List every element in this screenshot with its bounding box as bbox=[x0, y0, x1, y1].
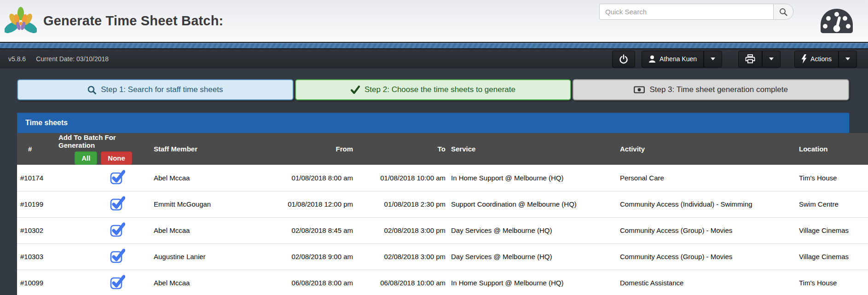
print-button[interactable] bbox=[738, 51, 762, 68]
to-datetime: 02/08/2018 3:00 pm bbox=[357, 217, 448, 243]
timesheets-table: # Add To Batch For Generation All None S… bbox=[17, 133, 868, 295]
col-header-to: To bbox=[357, 133, 448, 165]
table-header-row: # Add To Batch For Generation All None S… bbox=[17, 133, 868, 165]
activity: Personal Care bbox=[617, 165, 796, 191]
to-datetime: 01/08/2018 10:00 am bbox=[357, 165, 448, 191]
batch-checkbox[interactable] bbox=[110, 169, 125, 185]
location: Village Cinemas bbox=[796, 217, 868, 243]
timesheet-id: #10099 bbox=[17, 270, 56, 295]
activity: Community Access (Group) - Movies bbox=[617, 243, 796, 270]
checkbox-checked-icon bbox=[110, 222, 125, 237]
user-icon bbox=[648, 55, 656, 63]
staff-member: Abel Mccaa bbox=[151, 270, 216, 295]
table-row: #10099 Abel Mccaa 06/08/2018 8:00 am 06/… bbox=[17, 270, 868, 295]
from-datetime: 02/08/2018 9:00 am bbox=[216, 243, 357, 270]
to-datetime: 01/08/2018 2:30 pm bbox=[357, 191, 448, 217]
actions-button[interactable]: Actions bbox=[794, 51, 839, 68]
col-header-staff: Staff Member bbox=[151, 133, 216, 165]
batch-checkbox[interactable] bbox=[110, 196, 125, 211]
search-icon bbox=[779, 8, 787, 16]
activity: Domestic Assistance bbox=[617, 270, 796, 295]
user-name: Athena Kuen bbox=[660, 55, 697, 63]
user-menu-button[interactable]: Athena Kuen bbox=[642, 51, 704, 68]
location: Village Cinemas bbox=[796, 243, 868, 270]
col-header-activity: Activity bbox=[617, 133, 796, 165]
table-row: #10303 Augustine Lanier 02/08/2018 9:00 … bbox=[17, 243, 868, 270]
col-header-location: Location bbox=[796, 133, 868, 165]
location: Tim's House bbox=[796, 165, 868, 191]
service: In Home Support @ Melbourne (HQ) bbox=[448, 165, 617, 191]
location: Tim's House bbox=[796, 270, 868, 295]
logout-power-button[interactable] bbox=[612, 51, 635, 68]
from-datetime: 02/08/2018 8:45 am bbox=[216, 217, 357, 243]
batch-checkbox[interactable] bbox=[110, 274, 125, 290]
step-3-button[interactable]: Step 3: Time sheet generation complete bbox=[573, 79, 849, 100]
app-logo-lotus[interactable] bbox=[5, 6, 37, 36]
to-datetime: 02/08/2018 3:00 pm bbox=[357, 243, 448, 270]
batch-checkbox-cell bbox=[56, 270, 151, 295]
caret-down-icon bbox=[769, 58, 774, 60]
wizard-steps: Step 1: Search for staff time sheets Ste… bbox=[17, 79, 849, 100]
timesheet-id: #10199 bbox=[17, 191, 56, 217]
select-none-button[interactable]: None bbox=[101, 151, 132, 165]
step-2-label: Step 2: Choose the time sheets to genera… bbox=[365, 85, 515, 94]
activity: Community Access (Individual) - Swimming bbox=[617, 191, 796, 217]
search-button[interactable] bbox=[773, 4, 793, 20]
staff-member: Emmitt McGougan bbox=[151, 191, 216, 217]
select-all-button[interactable]: All bbox=[75, 151, 97, 165]
panel-title: Time sheets bbox=[25, 119, 68, 127]
batch-checkbox-cell bbox=[56, 217, 151, 243]
timesheet-id: #10303 bbox=[17, 243, 56, 270]
timesheet-table-body: #10174 Abel Mccaa 01/08/2018 8:00 am 01/… bbox=[17, 165, 868, 295]
dashboard-gauge-icon[interactable] bbox=[819, 8, 854, 34]
user-menu-caret-button[interactable] bbox=[704, 51, 722, 68]
actions-label: Actions bbox=[810, 55, 832, 63]
col-header-service: Service bbox=[448, 133, 617, 165]
staff-member: Abel Mccaa bbox=[151, 165, 216, 191]
service: Day Services @ Melbourne (HQ) bbox=[448, 243, 617, 270]
batch-checkbox[interactable] bbox=[110, 248, 125, 264]
location: Swim Centre bbox=[796, 191, 868, 217]
service: Day Services @ Melbourne (HQ) bbox=[448, 217, 617, 243]
checkbox-checked-icon bbox=[110, 169, 125, 185]
step-2-button[interactable]: Step 2: Choose the time sheets to genera… bbox=[295, 79, 572, 100]
from-datetime: 01/08/2018 12:00 pm bbox=[216, 191, 357, 217]
app-header: Generate Time Sheet Batch: bbox=[0, 0, 868, 42]
checkbox-checked-icon bbox=[110, 274, 125, 290]
table-row: #10302 Abel Mccaa 02/08/2018 8:45 am 02/… bbox=[17, 217, 868, 243]
status-nav-bar: v5.8.6 Current Date: 03/10/2018 Athena K… bbox=[0, 49, 868, 69]
app-version: v5.8.6 bbox=[8, 55, 26, 63]
col-header-from: From bbox=[216, 133, 357, 165]
print-caret-button[interactable] bbox=[762, 51, 781, 68]
banknote-icon bbox=[634, 86, 645, 93]
caret-down-icon bbox=[845, 58, 850, 60]
power-icon bbox=[619, 54, 628, 64]
current-date: Current Date: 03/10/2018 bbox=[36, 55, 109, 63]
decorative-stripe-bar bbox=[0, 42, 868, 49]
from-datetime: 06/08/2018 8:00 am bbox=[216, 270, 357, 295]
from-datetime: 01/08/2018 8:00 am bbox=[216, 165, 357, 191]
service: Support Coordination @ Melbourne (HQ) bbox=[448, 191, 617, 217]
table-row: #10199 Emmitt McGougan 01/08/2018 12:00 … bbox=[17, 191, 868, 217]
service: In Home Support @ Melbourne (HQ) bbox=[448, 270, 617, 295]
table-row: #10174 Abel Mccaa 01/08/2018 8:00 am 01/… bbox=[17, 165, 868, 191]
step-1-label: Step 1: Search for staff time sheets bbox=[101, 85, 223, 94]
printer-icon bbox=[745, 54, 755, 64]
batch-checkbox-cell bbox=[56, 165, 151, 191]
to-datetime: 06/08/2018 10:00 am bbox=[357, 270, 448, 295]
check-icon bbox=[351, 86, 360, 94]
caret-down-icon bbox=[711, 58, 715, 60]
col-header-id: # bbox=[17, 133, 56, 165]
search-input[interactable] bbox=[599, 4, 773, 20]
actions-caret-button[interactable] bbox=[839, 51, 857, 68]
page-title: Generate Time Sheet Batch: bbox=[43, 13, 223, 29]
staff-member: Augustine Lanier bbox=[151, 243, 216, 270]
timesheets-panel-header: Time sheets bbox=[17, 113, 849, 133]
checkbox-checked-icon bbox=[110, 196, 125, 211]
batch-checkbox[interactable] bbox=[110, 222, 125, 237]
step-1-button[interactable]: Step 1: Search for staff time sheets bbox=[17, 79, 294, 100]
staff-member: Abel Mccaa bbox=[151, 217, 216, 243]
checkbox-checked-icon bbox=[110, 248, 125, 264]
lightning-bolt-icon bbox=[801, 54, 807, 64]
activity: Community Access (Group) - Movies bbox=[617, 217, 796, 243]
